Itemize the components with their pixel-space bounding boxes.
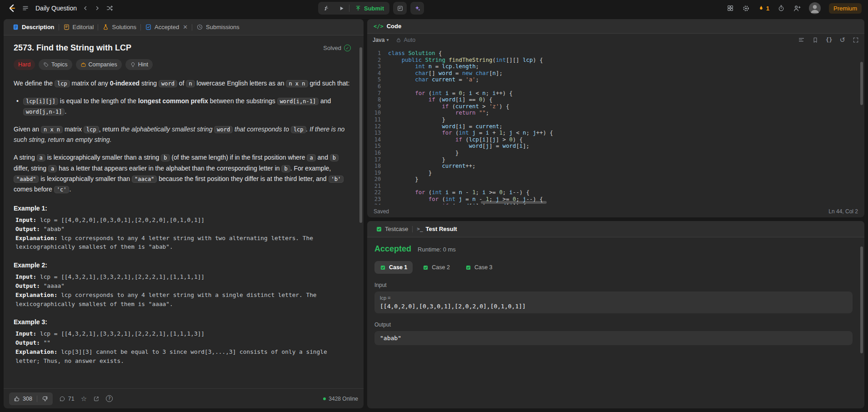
input-field-name: lcp = [380,295,847,301]
problem-list-icon[interactable] [22,5,29,12]
description-panel: Description Editorial Solutions Accepted… [4,19,364,408]
editor-statusbar: Saved Ln 44, Col 2 [367,206,864,217]
test-result-content: Accepted Runtime: 0 ms Case 1 Case 2 Cas… [367,238,860,408]
notes-icon[interactable] [393,2,407,15]
code-editor[interactable]: 1class Solution {2 public String findThe… [367,48,860,205]
description-tabbar: Description Editorial Solutions Accepted… [4,19,364,35]
timer-icon[interactable] [778,5,785,12]
description-scrollbar[interactable] [359,47,362,223]
fullscreen-icon[interactable] [853,37,859,43]
user-avatar[interactable] [809,2,821,14]
online-count: 3428 Online [323,396,358,402]
output-value-box: "abab" [374,331,853,345]
problem-description: We define the lcp matrix of any 0-indexe… [14,78,351,195]
verdict-accepted: Accepted [374,244,411,254]
case-1-chip[interactable]: Case 1 [374,261,413,274]
companies-chip[interactable]: Companies [76,59,122,70]
test-result-panel: Testcase >_ Test Result Accepted Runtime… [367,221,864,408]
code-icon: </> [374,23,384,30]
tab-submissions[interactable]: Submissions [192,19,244,35]
case-2-chip[interactable]: Case 2 [417,261,455,274]
premium-badge[interactable]: Premium [829,3,862,14]
topics-chip[interactable]: Topics [39,59,72,70]
hint-chip[interactable]: Hint [125,59,153,70]
output-label: Output [374,322,853,328]
top-navbar: Daily Question [0,0,868,16]
leetcode-logo[interactable] [6,3,16,13]
comments-button[interactable]: 71 [59,396,75,402]
editor-vertical-scrollbar[interactable] [860,62,863,105]
run-submit-cluster: Submit [318,2,424,15]
test-result-scrollbar[interactable] [860,246,863,353]
format-code-icon[interactable] [798,36,805,43]
daily-question-label[interactable]: Daily Question [35,5,77,12]
solved-check-icon: ✓ [344,45,351,51]
problem-title: 2573. Find the String with LCP [14,43,131,53]
dislike-button[interactable] [37,392,53,405]
like-button[interactable]: 308 [9,392,37,405]
saved-status: Saved [374,208,389,215]
code-tabbar: </> Code [367,19,864,34]
tab-test-result[interactable]: >_ Test Result [413,221,461,237]
question-icon: ? [106,395,113,402]
editor-toolbar: Java ▾ Auto {} ↺ [367,34,864,46]
bookmark-icon[interactable] [812,37,818,43]
share-button[interactable] [93,396,100,402]
language-selector[interactable]: Java ▾ [373,37,389,43]
solved-status: Solved ✓ [323,45,351,51]
terminal-icon: >_ [417,226,423,232]
example-block: Example 1: Input: lcp = [[4,0,2,0],[0,3,… [14,205,351,251]
debug-run-icon[interactable] [318,2,334,15]
example-block: Example 2: Input: lcp = [[4,3,2,1],[3,3,… [14,261,351,308]
test-tabbar: Testcase >_ Test Result [367,221,864,237]
tab-code[interactable]: </> Code [372,23,403,30]
star-button[interactable]: ☆ [81,395,87,403]
runtime-label: Runtime: 0 ms [418,246,456,253]
tab-testcase[interactable]: Testcase [372,221,412,237]
streak-count: 1 [766,5,769,12]
run-button[interactable] [334,2,349,15]
settings-gear-icon[interactable] [742,5,750,12]
output-value: "abab" [380,335,847,342]
tab-solutions[interactable]: Solutions [98,19,140,35]
help-button[interactable]: ? [106,395,113,402]
code-panel: </> Code Java ▾ Auto {} ↺ 1class Solutio… [367,19,864,217]
tab-accepted[interactable]: Accepted ✕ [141,19,192,35]
chevron-down-icon: ▾ [386,37,389,42]
difficulty-badge[interactable]: Hard [14,59,35,70]
online-dot-icon [323,397,326,400]
close-icon[interactable]: ✕ [183,24,188,30]
invite-user-icon[interactable] [793,5,801,12]
input-value: [[4,0,2,0],[0,3,0,1],[2,0,2,0],[0,1,0,1]… [380,303,847,310]
input-value-box: lcp = [[4,0,2,0],[0,3,0,1],[2,0,2,0],[0,… [374,291,853,313]
streak-flame-icon[interactable]: 1 [758,5,769,12]
ai-sparkle-icon[interactable] [410,2,424,15]
editor-horizontal-scrollbar[interactable] [481,201,547,204]
brackets-icon[interactable]: {} [826,37,832,43]
prev-question-button[interactable] [82,5,89,11]
auto-save-toggle[interactable]: Auto [396,37,415,43]
tab-description[interactable]: Description [8,19,59,35]
cursor-position[interactable]: Ln 44, Col 2 [828,208,858,215]
submit-button[interactable]: Submit [349,5,389,12]
layout-grid-icon[interactable] [727,5,734,12]
example-block: Example 3: Input: lcp = [[4,3,2,1],[3,3,… [14,318,351,365]
shuffle-icon[interactable] [106,5,113,12]
next-question-button[interactable] [94,5,100,11]
case-3-chip[interactable]: Case 3 [460,261,498,274]
reset-code-icon[interactable]: ↺ [839,36,845,44]
problem-footer: 308 71 ☆ ? 3428 Online [4,388,364,408]
tab-editorial[interactable]: Editorial [59,19,98,35]
input-label: Input [374,282,853,288]
problem-content[interactable]: 2573. Find the String with LCP Solved ✓ … [4,36,359,388]
